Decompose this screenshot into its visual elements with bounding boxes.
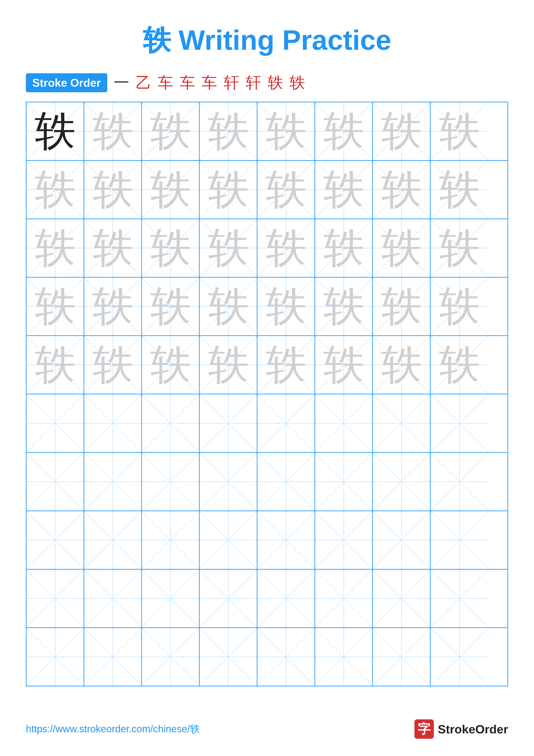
grid-cell[interactable]: 轶 [315, 161, 373, 219]
footer-logo-name: StrokeOrder [438, 722, 508, 736]
grid-cell[interactable]: 轶 [373, 278, 431, 335]
grid-cell[interactable]: 轶 [27, 278, 84, 335]
grid-cell[interactable]: 轶 [315, 336, 373, 394]
svg-line-157 [373, 629, 430, 686]
cell-character: 轶 [208, 111, 249, 152]
grid-cell[interactable]: 轶 [373, 161, 431, 219]
grid-cell[interactable] [315, 394, 373, 452]
grid-cell[interactable]: 轶 [84, 102, 142, 160]
grid-cell[interactable]: 轶 [257, 336, 315, 394]
grid-cell[interactable] [200, 511, 257, 569]
svg-line-96 [27, 453, 84, 510]
grid-cell[interactable] [200, 570, 257, 627]
grid-cell[interactable] [431, 511, 488, 569]
grid-cell[interactable] [142, 511, 200, 569]
grid-cell[interactable] [257, 628, 315, 686]
grid-cell[interactable]: 轶 [200, 219, 257, 277]
grid-cell[interactable]: 轶 [200, 161, 257, 219]
grid-cell[interactable] [431, 628, 488, 686]
grid-cell[interactable]: 轶 [142, 336, 200, 394]
cell-character: 轶 [35, 344, 76, 385]
grid-cell[interactable] [142, 628, 200, 686]
grid-cell[interactable]: 轶 [431, 278, 488, 335]
grid-cell[interactable]: 轶 [257, 161, 315, 219]
grid-cell[interactable] [431, 394, 488, 452]
grid-cell[interactable]: 轶 [142, 219, 200, 277]
grid-cell[interactable] [200, 453, 257, 511]
grid-cell[interactable]: 轶 [84, 161, 142, 219]
svg-line-102 [200, 453, 257, 510]
grid-cell[interactable]: 轶 [200, 336, 257, 394]
grid-cell[interactable]: 轶 [27, 102, 84, 160]
grid-cell[interactable] [315, 628, 373, 686]
grid-cell[interactable] [27, 628, 84, 686]
grid-cell[interactable] [257, 570, 315, 627]
grid-cell[interactable]: 轶 [373, 102, 431, 160]
grid-cell[interactable] [257, 511, 315, 569]
grid-cell[interactable] [200, 628, 257, 686]
grid-cell[interactable] [84, 570, 142, 627]
grid-cell[interactable]: 轶 [431, 336, 488, 394]
cell-character: 轶 [381, 286, 422, 327]
grid-cell[interactable]: 轶 [373, 219, 431, 277]
cell-character: 轶 [208, 228, 249, 269]
grid-cell[interactable]: 轶 [431, 219, 488, 277]
grid-cell[interactable] [315, 570, 373, 627]
grid-cell[interactable]: 轶 [142, 278, 200, 335]
grid-cell[interactable]: 轶 [315, 219, 373, 277]
stroke-order-badge: Stroke Order [26, 73, 107, 92]
grid-cell[interactable] [142, 394, 200, 452]
grid-cell[interactable] [27, 570, 84, 627]
grid-cell[interactable]: 轶 [257, 102, 315, 160]
grid-cell[interactable] [257, 394, 315, 452]
grid-cell[interactable] [373, 570, 431, 627]
grid-cell[interactable] [27, 453, 84, 511]
grid-cell[interactable] [257, 453, 315, 511]
grid-cell[interactable] [142, 453, 200, 511]
grid-cell[interactable] [315, 453, 373, 511]
grid-cell[interactable] [373, 453, 431, 511]
grid-cell[interactable] [84, 511, 142, 569]
grid-cell[interactable]: 轶 [431, 161, 488, 219]
grid-cell[interactable] [27, 511, 84, 569]
grid-cell[interactable]: 轶 [27, 336, 84, 394]
page-title: 轶 Writing Practice [143, 24, 391, 56]
grid-cell[interactable]: 轶 [431, 102, 488, 160]
grid-cell[interactable] [200, 394, 257, 452]
grid-row: 轶轶轶轶轶轶轶轶 [27, 336, 507, 394]
grid-cell[interactable]: 轶 [200, 102, 257, 160]
grid-cell[interactable]: 轶 [84, 278, 142, 335]
grid-cell[interactable]: 轶 [27, 219, 84, 277]
grid-cell[interactable] [373, 394, 431, 452]
svg-line-152 [257, 629, 315, 686]
grid-cell[interactable] [373, 628, 431, 686]
svg-line-129 [27, 570, 84, 627]
grid-cell[interactable] [84, 394, 142, 452]
grid-cell[interactable] [431, 453, 488, 511]
grid-cell[interactable]: 轶 [315, 102, 373, 160]
grid-cell[interactable] [27, 394, 84, 452]
grid-cell[interactable]: 轶 [315, 278, 373, 335]
grid-cell[interactable]: 轶 [257, 219, 315, 277]
grid-cell[interactable]: 轶 [142, 102, 200, 160]
svg-line-113 [27, 512, 84, 569]
grid-cell[interactable] [315, 511, 373, 569]
svg-line-142 [431, 570, 488, 627]
grid-cell[interactable]: 轶 [257, 278, 315, 335]
footer-url[interactable]: https://www.strokeorder.com/chinese/轶 [26, 722, 200, 736]
grid-row: 轶轶轶轶轶轶轶轶 [27, 102, 507, 161]
grid-row [27, 394, 507, 453]
grid-cell[interactable]: 轶 [373, 336, 431, 394]
grid-cell[interactable] [142, 570, 200, 627]
grid-cell[interactable]: 轶 [200, 278, 257, 335]
grid-cell[interactable] [84, 628, 142, 686]
grid-cell[interactable] [373, 511, 431, 569]
grid-cell[interactable] [431, 570, 488, 627]
grid-cell[interactable] [84, 453, 142, 511]
grid-cell[interactable]: 轶 [142, 161, 200, 219]
grid-cell[interactable]: 轶 [84, 336, 142, 394]
svg-line-150 [200, 629, 257, 686]
practice-grid: 轶轶轶轶轶轶轶轶轶轶轶轶轶轶轶轶轶轶轶轶轶轶轶轶轶轶轶轶轶轶轶轶轶轶轶轶轶轶轶轶 [26, 102, 508, 687]
grid-cell[interactable]: 轶 [84, 219, 142, 277]
grid-cell[interactable]: 轶 [27, 161, 84, 219]
